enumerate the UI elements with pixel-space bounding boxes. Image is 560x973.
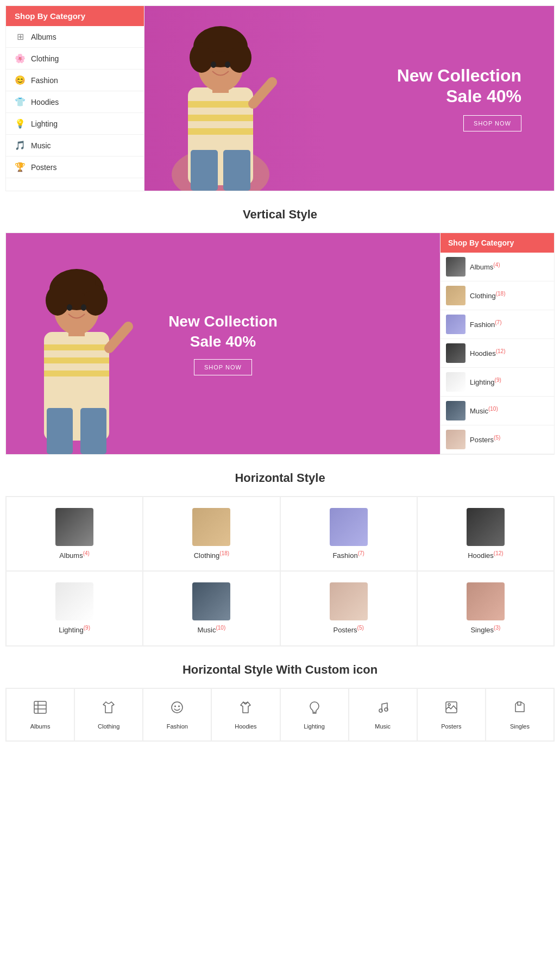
vert-cat-hoodies[interactable]: Hoodies(12) — [441, 339, 554, 368]
horiz-cat-albums[interactable]: Albums(4) — [6, 497, 143, 571]
svg-line-30 — [109, 327, 128, 348]
custom-posters-label: Posters — [441, 723, 461, 730]
custom-hoodies-label: Hoodies — [235, 723, 256, 730]
horiz-albums-img — [55, 508, 93, 546]
hero-shop-now-button[interactable]: SHOP NOW — [463, 115, 521, 131]
custom-hoodies-icon — [238, 700, 253, 719]
svg-rect-4 — [188, 128, 253, 135]
hoodies-icon: 👕 — [15, 97, 26, 107]
music-icon: 🎵 — [15, 140, 26, 150]
sidebar-item-music[interactable]: 🎵 Music — [6, 135, 144, 156]
horiz-clothing-label: Clothing(18) — [194, 550, 230, 560]
hero-title: New CollectionSale 40% — [397, 65, 521, 107]
custom-music-icon — [375, 700, 391, 719]
svg-rect-6 — [223, 150, 250, 191]
vertical-hero-banner: New CollectionSale 40% SHOP NOW — [6, 233, 440, 454]
vert-cat-albums[interactable]: Albums(4) — [441, 253, 554, 281]
horiz-posters-label: Posters(5) — [333, 625, 363, 634]
custom-lighting-label: Lighting — [304, 723, 325, 730]
posters-icon: 🏆 — [15, 162, 26, 172]
vert-cat-clothing[interactable]: Clothing(18) — [441, 281, 554, 310]
sidebar-label-hoodies: Hoodies — [31, 98, 59, 106]
svg-point-27 — [58, 271, 96, 294]
horiz-cat-lighting[interactable]: Lighting(9) — [6, 571, 143, 645]
custom-cat-fashion[interactable]: Fashion — [143, 688, 211, 741]
sidebar-item-albums[interactable]: ⊞ Albums — [6, 26, 144, 48]
svg-rect-5 — [191, 150, 218, 191]
svg-point-37 — [178, 705, 180, 707]
svg-point-35 — [172, 702, 183, 713]
horiz-fashion-img — [330, 508, 368, 546]
sidebar-item-fashion[interactable]: 😊 Fashion — [6, 70, 144, 91]
horiz-cat-clothing[interactable]: Clothing(18) — [143, 497, 280, 571]
custom-fashion-label: Fashion — [167, 723, 188, 730]
svg-point-42 — [448, 704, 450, 706]
svg-rect-19 — [44, 371, 109, 376]
custom-music-label: Music — [375, 723, 391, 730]
horiz-music-img — [192, 582, 230, 620]
lighting-icon: 💡 — [15, 118, 26, 129]
vert-cat-lighting[interactable]: Lighting(9) — [441, 368, 554, 397]
horiz-clothing-img — [192, 508, 230, 546]
horiz-lighting-img — [55, 582, 93, 620]
sidebar-item-hoodies[interactable]: 👕 Hoodies — [6, 91, 144, 113]
svg-rect-17 — [44, 344, 109, 350]
svg-rect-18 — [44, 357, 109, 363]
vertical-hero-person — [6, 248, 147, 454]
hoodies-thumb — [446, 343, 465, 363]
custom-albums-label: Albums — [30, 723, 51, 730]
horiz-hoodies-img — [467, 508, 505, 546]
vert-lighting-label: Lighting(9) — [470, 377, 501, 386]
horiz-cat-hoodies[interactable]: Hoodies(12) — [417, 497, 554, 571]
custom-cat-music[interactable]: Music — [349, 688, 417, 741]
sidebar-label-posters: Posters — [31, 163, 56, 172]
custom-posters-icon — [444, 700, 459, 719]
horiz-posters-img — [330, 582, 368, 620]
horiz-hoodies-label: Hoodies(12) — [468, 550, 504, 560]
vert-fashion-label: Fashion(7) — [470, 319, 501, 329]
sidebar-item-lighting[interactable]: 💡 Lighting — [6, 113, 144, 135]
hero-person-illustration — [144, 6, 297, 191]
sidebar-label-albums: Albums — [31, 33, 56, 41]
svg-point-36 — [174, 705, 176, 707]
top-hero-banner: New CollectionSale 40% SHOP NOW — [144, 6, 554, 191]
horiz-cat-music[interactable]: Music(10) — [143, 571, 280, 645]
custom-cat-posters[interactable]: Posters — [417, 688, 486, 741]
vert-hoodies-label: Hoodies(12) — [470, 348, 506, 357]
custom-cat-clothing[interactable]: Clothing — [74, 688, 143, 741]
custom-cat-singles[interactable]: Singles — [486, 688, 554, 741]
posters-thumb — [446, 430, 465, 449]
custom-lighting-icon — [307, 700, 322, 719]
clothing-icon: 🌸 — [15, 53, 26, 64]
custom-cat-hoodies[interactable]: Hoodies — [211, 688, 280, 741]
svg-rect-3 — [188, 115, 253, 121]
horiz-cat-posters[interactable]: Posters(5) — [280, 571, 417, 645]
svg-rect-20 — [47, 408, 73, 454]
sidebar-label-clothing: Clothing — [31, 54, 59, 63]
horiz-lighting-label: Lighting(9) — [59, 625, 90, 634]
vertical-sidebar-right: Shop By Category Albums(4) Clothing(18) … — [440, 233, 554, 454]
lighting-thumb — [446, 372, 465, 392]
sidebar-item-clothing[interactable]: 🌸 Clothing — [6, 48, 144, 70]
vertical-sidebar-header: Shop By Category — [441, 233, 554, 253]
horiz-cat-singles[interactable]: Singles(3) — [417, 571, 554, 645]
sidebar-item-posters[interactable]: 🏆 Posters — [6, 156, 144, 178]
vert-cat-posters[interactable]: Posters(5) — [441, 425, 554, 454]
horiz-cat-fashion[interactable]: Fashion(7) — [280, 497, 417, 571]
svg-line-15 — [253, 82, 272, 104]
vert-cat-music[interactable]: Music(10) — [441, 397, 554, 425]
custom-icon-title: Horizontal Style With Custom icon — [5, 663, 555, 677]
vert-cat-fashion[interactable]: Fashion(7) — [441, 310, 554, 339]
custom-clothing-icon — [101, 700, 116, 719]
albums-thumb — [446, 257, 465, 277]
vert-music-label: Music(10) — [470, 406, 498, 415]
horiz-albums-label: Albums(4) — [59, 550, 90, 560]
hero-text: New CollectionSale 40% SHOP NOW — [397, 65, 521, 132]
music-thumb — [446, 401, 465, 420]
svg-point-12 — [202, 28, 240, 52]
fashion-icon: 😊 — [15, 75, 26, 85]
custom-cat-albums[interactable]: Albums — [6, 688, 74, 741]
custom-cat-lighting[interactable]: Lighting — [280, 688, 349, 741]
vertical-shop-now-button[interactable]: SHOP NOW — [194, 359, 252, 375]
horizontal-style-title: Horizontal Style — [5, 471, 555, 485]
